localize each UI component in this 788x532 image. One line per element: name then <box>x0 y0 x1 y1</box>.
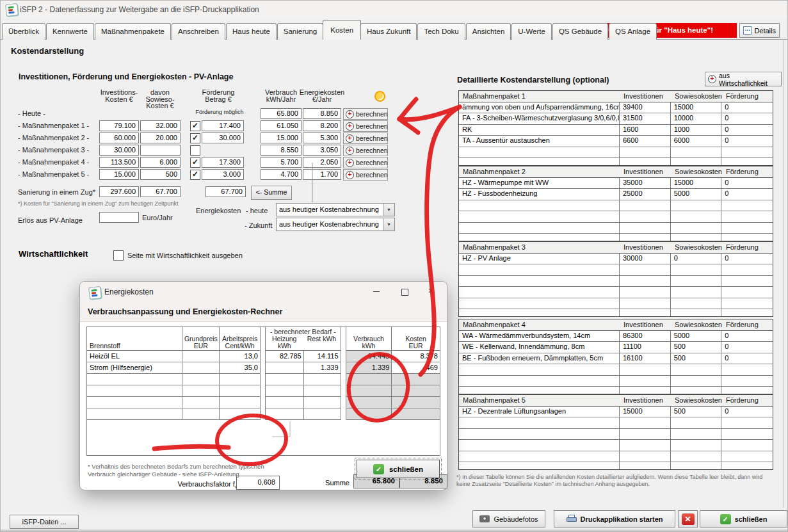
tab-kosten[interactable]: Kosten <box>323 20 361 40</box>
tab-sanierung[interactable]: Sanierung <box>277 23 323 40</box>
energiekosten-mp2[interactable]: 5.300 <box>303 133 341 143</box>
rest-cell[interactable]: 14.115 <box>304 351 341 362</box>
verbrauch-mp2[interactable]: 15.000 <box>261 133 302 143</box>
maximize-icon[interactable] <box>398 286 412 298</box>
table-row[interactable] <box>459 451 773 462</box>
table-row[interactable] <box>459 462 773 470</box>
dropdown-arrow-icon[interactable] <box>383 204 394 216</box>
minimize-icon[interactable] <box>369 286 383 298</box>
table-row[interactable]: RK160010000 <box>459 125 773 136</box>
sowieso-input-mp5[interactable]: 500 <box>140 169 181 180</box>
abort-button[interactable]: ✕ <box>678 510 698 528</box>
table-row[interactable]: HZ - Fussbodenheizung2500050000 <box>459 189 773 200</box>
dialog-schliessen-button[interactable]: ✓ schließen <box>357 460 440 478</box>
foerderung-checkbox-mp2[interactable]: ✓ <box>190 133 200 143</box>
table-row[interactable] <box>459 298 773 309</box>
hint-lightbulb-icon[interactable] <box>374 91 385 102</box>
sowieso-input-mp4[interactable]: 6.000 <box>140 157 181 168</box>
brennstoff-cell[interactable]: Heizöl EL <box>87 351 182 362</box>
tab-tech-doku[interactable]: Tech Doku <box>417 23 465 40</box>
table-row[interactable] <box>459 158 773 166</box>
erloes-input[interactable] <box>99 212 139 223</box>
table-row[interactable] <box>459 364 773 375</box>
table-row[interactable] <box>459 440 773 451</box>
verbrauch-heute[interactable]: 65.800 <box>261 108 302 119</box>
berechnen-button-mp4[interactable]: berechnen <box>343 157 388 168</box>
table-row[interactable] <box>459 234 773 241</box>
tab-haus-zukunft[interactable]: Haus Zukunft <box>360 23 417 40</box>
grundpreis-cell[interactable] <box>182 351 220 362</box>
rest-cell[interactable]: 1.339 <box>304 362 341 374</box>
verbrauch-mp1[interactable]: 61.050 <box>261 120 302 131</box>
table-row[interactable] <box>459 147 773 158</box>
tab-haus-heute[interactable]: Haus heute <box>226 23 277 40</box>
foerderung-checkbox-mp4[interactable]: ✓ <box>190 157 200 168</box>
table-row[interactable] <box>459 211 773 222</box>
energiekosten-zukunft-select[interactable]: aus heutiger Kostenabrechnung <box>276 218 395 231</box>
energiekosten-heute[interactable]: 8.850 <box>303 108 341 119</box>
table-row[interactable]: HZ - PV Anlage3000000 <box>459 254 773 264</box>
foerderung-checkbox-mp3[interactable] <box>190 145 200 156</box>
energiekosten-mp3[interactable]: 3.050 <box>303 145 341 156</box>
close-icon[interactable]: × <box>424 286 438 298</box>
druckapplikation-button[interactable]: Druckapplikation starten <box>554 510 675 528</box>
foerderung-input-mp5[interactable]: 3.000 <box>202 169 244 180</box>
tab-kennwerte[interactable]: Kennwerte <box>46 23 94 40</box>
summe-invest[interactable]: 297.600 <box>99 186 139 197</box>
details-button[interactable]: … Details <box>739 23 780 38</box>
summe-sowieso[interactable]: 67.700 <box>140 186 181 197</box>
invest-input-mp5[interactable]: 15.000 <box>99 169 139 180</box>
berechnen-button-mp5[interactable]: berechnen <box>343 169 388 181</box>
berechnen-button-mp3[interactable]: berechnen <box>343 145 388 156</box>
table-row[interactable] <box>459 309 773 317</box>
table-row[interactable]: WE - Kellerwand, Innendämmung, 8cm111005… <box>459 342 773 353</box>
table-row[interactable] <box>459 223 773 234</box>
table-row[interactable] <box>459 387 773 394</box>
energiekosten-mp5[interactable]: 1.700 <box>303 169 341 180</box>
sowieso-input-mp1[interactable]: 32.000 <box>140 120 181 131</box>
table-row[interactable] <box>459 376 773 387</box>
tab-ansichten[interactable]: Ansichten <box>466 23 511 40</box>
table-row[interactable] <box>459 276 773 287</box>
table-row[interactable]: HZ - Dezentrale Lüftungsanlagen150005000 <box>459 407 773 417</box>
foerderung-input-mp1[interactable]: 17.400 <box>202 120 244 131</box>
verbrauch-mp5[interactable]: 4.700 <box>261 169 302 180</box>
table-row[interactable]: BE - Fußboden erneuern, Dämmplatten, 5cm… <box>459 353 773 364</box>
table-row[interactable]: HZ - Wärmepumpe mit WW35000150000 <box>459 178 773 189</box>
invest-input-mp2[interactable]: 60.000 <box>99 133 139 143</box>
sowieso-input-mp2[interactable]: 20.000 <box>140 133 181 143</box>
dialog-title-bar[interactable]: Energiekosten × <box>80 282 447 302</box>
gebaeudefotos-button[interactable]: Gebäudefotos <box>472 510 545 528</box>
table-row[interactable] <box>459 200 773 211</box>
table-row[interactable] <box>459 417 773 428</box>
table-row[interactable] <box>459 429 773 440</box>
foerderung-checkbox-mp5[interactable]: ✓ <box>190 170 200 180</box>
tab-u-werte[interactable]: U-Werte <box>511 23 552 40</box>
sowieso-input-mp3[interactable] <box>140 145 181 156</box>
energiekosten-mp4[interactable]: 2.050 <box>303 157 341 168</box>
berechnen-button-heute[interactable]: berechnen <box>343 108 388 120</box>
verbrauch-mp3[interactable]: 8.550 <box>261 145 302 156</box>
dropdown-arrow-icon[interactable] <box>383 218 394 230</box>
table-row[interactable]: TA - Aussentür austauschen660060000 <box>459 136 773 147</box>
table-row[interactable] <box>459 287 773 298</box>
foerderung-input-mp2[interactable]: 30.000 <box>202 133 244 143</box>
table-row[interactable]: FA - 3-Scheiben-Wärmeschutzverglasung 3/… <box>459 113 773 124</box>
isfp-daten-button[interactable]: iSFP-Daten ... <box>10 515 79 529</box>
table-row[interactable]: ämmung von oben und Aufsparrendämmung, 1… <box>459 102 773 113</box>
summe-foerderung[interactable]: 67.700 <box>205 186 246 197</box>
invest-input-mp3[interactable]: 30.000 <box>99 145 139 156</box>
energiekosten-mp1[interactable]: 8.200 <box>303 120 341 131</box>
foerderung-input-mp4[interactable]: 17.300 <box>202 157 244 168</box>
heizung-cell[interactable] <box>266 362 304 374</box>
table-row[interactable]: WA - Wärmedämmverbundsystem, 14cm8630050… <box>459 331 773 342</box>
energiekosten-heute-select[interactable]: aus heutiger Kostenabrechnung <box>276 203 395 216</box>
invest-input-mp4[interactable]: 113.500 <box>99 157 139 168</box>
tab-qs-gebaeude[interactable]: QS Gebäude <box>552 23 608 40</box>
tab-ueberblick[interactable]: Überblick <box>2 23 45 40</box>
aus-wirtschaftlichkeit-button[interactable]: aus Wirtschaflichkeit <box>705 72 782 86</box>
foerderung-checkbox-mp1[interactable]: ✓ <box>190 121 200 131</box>
table-row[interactable] <box>459 264 773 275</box>
verbrauch-mp4[interactable]: 5.700 <box>261 157 302 168</box>
arbeitspreis-cell[interactable]: 13,0 <box>220 351 261 362</box>
